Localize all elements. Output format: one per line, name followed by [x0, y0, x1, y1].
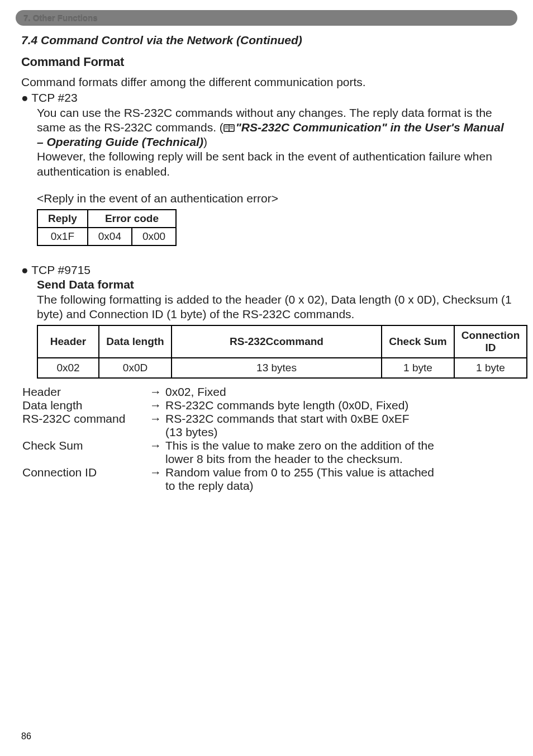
- def-connectionid-label: Connection ID: [22, 466, 150, 479]
- spacer: [150, 452, 165, 466]
- arrow-icon: →: [150, 399, 165, 412]
- page-number: 86: [21, 731, 31, 741]
- cell-reply: 0x1F: [37, 228, 88, 245]
- arrow-icon: →: [150, 412, 165, 426]
- breadcrumb: 7. Other Functions: [23, 13, 98, 23]
- tcp9715-bullet: ● TCP #9715: [21, 263, 512, 277]
- def-header: Header → 0x02, Fixed: [22, 385, 512, 399]
- def-checksum-label: Check Sum: [22, 439, 150, 452]
- spacer: [22, 479, 150, 493]
- def-connectionid-cont: to the reply data): [22, 479, 512, 493]
- cell-header: 0x02: [37, 358, 99, 378]
- send-data-format-heading: Send Data format: [37, 277, 512, 292]
- table-header-row: Header Data length RS-232Ccommand Check …: [37, 325, 527, 358]
- def-rs232c: RS-232C command → RS-232C commands that …: [22, 412, 512, 426]
- spacer: [150, 479, 165, 493]
- def-checksum: Check Sum → This is the value to make ze…: [22, 439, 512, 452]
- cell-rs232c: 13 bytes: [172, 358, 382, 378]
- tcp23-block: You can use the RS-232C commands without…: [37, 106, 512, 206]
- def-rs232c-label: RS-232C command: [22, 412, 150, 426]
- cell-datalength: 0x0D: [99, 358, 172, 378]
- def-connectionid-val-l1: Random value from 0 to 255 (This value i…: [165, 466, 512, 479]
- def-datalength-val: RS-232C commands byte length (0x0D, Fixe…: [165, 399, 512, 412]
- tcp23-reply-table: Reply Error code 0x1F 0x04 0x00: [37, 209, 177, 246]
- arrow-icon: →: [150, 466, 165, 479]
- spacer: [150, 426, 165, 439]
- tcp9715-desc: The following formatting is added to the…: [37, 292, 512, 322]
- cell-err2: 0x00: [132, 228, 176, 245]
- arrow-icon: →: [150, 385, 165, 399]
- col-connectionid: Connection ID: [454, 325, 527, 358]
- col-datalength: Data length: [99, 325, 172, 358]
- table-row: 0x1F 0x04 0x00: [37, 228, 176, 245]
- col-header: Header: [37, 325, 99, 358]
- col-reply: Reply: [37, 210, 88, 228]
- arrow-icon: →: [150, 439, 165, 452]
- tcp23-bullet: ● TCP #23: [21, 91, 512, 105]
- section-title: 7.4 Command Control via the Network (Con…: [21, 34, 512, 47]
- def-header-val: 0x02, Fixed: [165, 385, 512, 399]
- col-errorcode: Error code: [88, 210, 176, 228]
- definitions-block: Header → 0x02, Fixed Data length → RS-23…: [22, 385, 512, 493]
- intro-paragraph: Command formats differ among the differe…: [21, 75, 512, 89]
- table-row: 0x02 0x0D 13 bytes 1 byte 1 byte: [37, 358, 527, 378]
- command-format-heading: Command Format: [21, 55, 512, 69]
- cell-err1: 0x04: [88, 228, 132, 245]
- spacer: [22, 452, 150, 466]
- breadcrumb-bar: 7. Other Functions: [16, 10, 517, 26]
- book-icon: [223, 121, 235, 130]
- tcp23-reply-caption: <Reply in the event of an authentication…: [37, 191, 512, 206]
- def-checksum-cont: lower 8 bits from the header to the chec…: [22, 452, 512, 466]
- def-datalength: Data length → RS-232C commands byte leng…: [22, 399, 512, 412]
- page-content: 7.4 Command Control via the Network (Con…: [0, 34, 533, 493]
- def-rs232c-cont: (13 bytes): [22, 426, 512, 439]
- def-rs232c-val-l2: (13 bytes): [165, 426, 512, 439]
- tcp23-line1-tail: ): [203, 135, 207, 148]
- def-connectionid-val-l2: to the reply data): [165, 479, 512, 493]
- def-checksum-val-l1: This is the value to make zero on the ad…: [165, 439, 512, 452]
- tcp9715-block: Send Data format The following formattin…: [37, 277, 512, 322]
- def-header-label: Header: [22, 385, 150, 399]
- def-datalength-label: Data length: [22, 399, 150, 412]
- col-rs232c: RS-232Ccommand: [172, 325, 382, 358]
- def-rs232c-val-l1: RS-232C commands that start with 0xBE 0x…: [165, 412, 512, 426]
- spacer: [22, 426, 150, 439]
- cell-connectionid: 1 byte: [454, 358, 527, 378]
- table-header-row: Reply Error code: [37, 210, 176, 228]
- col-checksum: Check Sum: [382, 325, 454, 358]
- def-connectionid: Connection ID → Random value from 0 to 2…: [22, 466, 512, 479]
- def-checksum-val-l2: lower 8 bits from the header to the chec…: [165, 452, 512, 466]
- cell-checksum: 1 byte: [382, 358, 454, 378]
- tcp23-line2: However, the following reply will be sen…: [37, 149, 512, 179]
- tcp9715-table: Header Data length RS-232Ccommand Check …: [37, 325, 527, 379]
